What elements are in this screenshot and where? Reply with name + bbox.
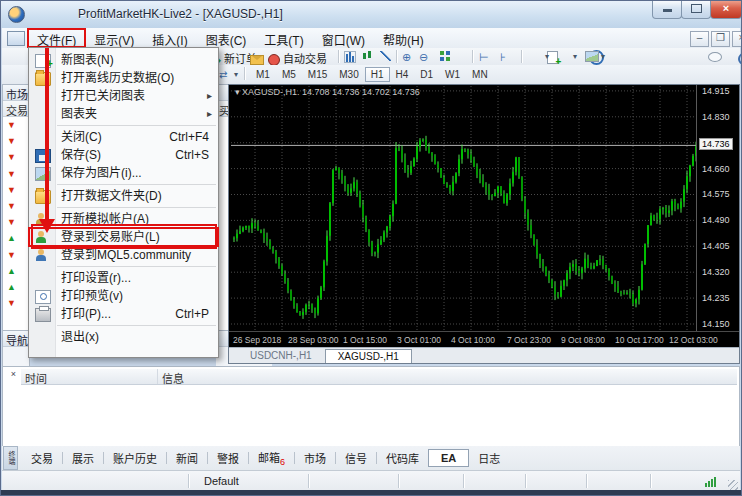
tile-windows-icon[interactable] — [440, 51, 450, 61]
chart-autoscroll-icon[interactable]: ⊦ — [500, 51, 506, 64]
price-axis-label: 14.235 — [702, 293, 730, 303]
mail-icon[interactable] — [250, 55, 264, 65]
menu-item-charts[interactable]: 图表(C) — [197, 29, 256, 47]
file-menu-item-label: 保存(S) — [61, 148, 101, 162]
cursor-tools-dropdown-icon[interactable]: ▾ — [234, 70, 238, 79]
terminal-tab-ea[interactable]: EA — [428, 449, 469, 467]
market-watch-title: 市场报价 — [3, 85, 29, 101]
time-axis[interactable]: 26 Sep 201828 Sep 03:001 Oct 15:003 Oct … — [229, 331, 739, 348]
menu-item-insert[interactable]: 插入(I) — [143, 29, 196, 47]
price-direction-down-icon: ▼ — [3, 117, 29, 133]
file-menu-item-6[interactable]: 保存(S)Ctrl+S — [29, 146, 218, 164]
menu-bar-items: 文件(F)显示(V)插入(I)图表(C)工具(T)窗口(W)帮助(H) — [28, 29, 433, 47]
indicators-dropdown-icon[interactable]: ▾ — [545, 52, 549, 61]
timeframe-button-d1[interactable]: D1 — [414, 67, 439, 82]
status-separator — [586, 474, 588, 488]
line-chart-mode-icon[interactable] — [380, 51, 391, 61]
file-menu-item-12[interactable]: 打印设置(r)... — [29, 269, 218, 287]
file-menu-item-1[interactable]: 新图表(N) — [29, 51, 218, 69]
bar-chart-mode-icon[interactable] — [344, 51, 356, 63]
status-separator — [308, 474, 310, 488]
terminal-tab-10[interactable]: 日志 — [469, 447, 509, 469]
child-restore-button[interactable]: ❐ — [711, 31, 730, 47]
templates-dropdown-icon[interactable]: ▾ — [601, 52, 605, 61]
terminal-tab-0[interactable]: 交易 — [22, 447, 62, 469]
zoom-in-icon[interactable]: ⊕ — [402, 51, 411, 64]
file-menu-item-label: 新图表(N) — [61, 53, 114, 67]
close-button[interactable]: × — [710, 0, 742, 19]
file-menu-item-3[interactable]: 打开已关闭图表▸ — [29, 87, 218, 105]
terminal-tab-7[interactable]: 信号 — [336, 447, 376, 469]
price-direction-down-icon: ▼ — [3, 247, 29, 263]
file-menu-item-13[interactable]: 打印预览(v) — [29, 287, 218, 305]
menu-separator — [57, 325, 216, 326]
menu-item-file[interactable]: 文件(F) — [28, 29, 85, 47]
minimize-button[interactable] — [652, 0, 682, 19]
menu-item-window[interactable]: 窗口(W) — [313, 29, 374, 47]
timeframe-button-m15[interactable]: M15 — [302, 67, 333, 82]
chart-shift-icon[interactable]: ⊢ — [479, 51, 489, 64]
menu-item-help[interactable]: 帮助(H) — [374, 29, 433, 47]
terminal-tab-3[interactable]: 新闻 — [167, 447, 207, 469]
terminal-tab-8[interactable]: 代码库 — [377, 447, 428, 469]
terminal-tabs-bar: 终端 交易展示账户历史新闻警报邮箱6市场信号代码库EA日志 — [2, 446, 740, 470]
status-separator — [525, 474, 527, 488]
menu-separator — [57, 266, 216, 267]
chat-icon[interactable] — [708, 52, 722, 62]
time-axis-label: 1 Oct 15:00 — [343, 335, 387, 345]
timeframe-button-h1[interactable]: H1 — [365, 67, 390, 82]
maximize-button[interactable] — [681, 0, 711, 19]
title-bar[interactable]: ProfitMarketHK-Live2 - [XAGUSD-,H1] × — [0, 0, 742, 28]
terminal-side-tab[interactable]: 终端 — [3, 446, 18, 470]
timeframe-button-m30[interactable]: M30 — [333, 67, 364, 82]
terminal-close-icon[interactable]: × — [8, 369, 19, 380]
terminal-tab-6[interactable]: 市场 — [295, 447, 335, 469]
child-minimize-button[interactable]: – — [690, 31, 709, 47]
child-close-button[interactable]: × — [732, 31, 742, 47]
price-direction-down-icon: ▼ — [3, 198, 29, 214]
terminal-tab-2[interactable]: 账户历史 — [104, 447, 166, 469]
chart-window[interactable]: ▾ XAGUSD-,H1. 14.708 14.736 14.702 14.73… — [228, 84, 740, 364]
terminal-tab-4[interactable]: 警报 — [208, 447, 248, 469]
templates-icon[interactable] — [585, 51, 599, 62]
file-menu-item-15[interactable]: 退出(x) — [29, 328, 218, 346]
zoom-out-icon[interactable]: ⊖ — [419, 51, 428, 64]
terminal-tab-1[interactable]: 展示 — [63, 447, 103, 469]
candlestick-mode-icon[interactable] — [362, 51, 372, 61]
resize-grip[interactable] — [728, 480, 738, 490]
current-price-tag: 14.736 — [699, 138, 733, 150]
file-menu-item-8[interactable]: 打开数据文件夹(D) — [29, 187, 218, 205]
timeframe-button-h4[interactable]: H4 — [390, 67, 415, 82]
chart-tab-usdcnhh1[interactable]: USDCNH-,H1 — [237, 348, 325, 363]
menu-item-view[interactable]: 显示(V) — [85, 29, 143, 47]
search-icon[interactable] — [738, 53, 742, 65]
file-menu-item-2[interactable]: 打开离线历史数据(O) — [29, 69, 218, 87]
file-menu-item-14[interactable]: 打印(P)...Ctrl+P — [29, 305, 218, 323]
auto-trading-button[interactable]: 自动交易 — [268, 50, 327, 66]
terminal-time-column[interactable]: 时间 — [21, 369, 158, 384]
timeframe-button-mn[interactable]: MN — [466, 67, 494, 82]
timeframe-button-m1[interactable]: M1 — [250, 67, 276, 82]
candlestick-plot[interactable] — [231, 86, 696, 331]
chart-ohlc-header: ▾ XAGUSD-,H1. 14.708 14.736 14.702 14.73… — [235, 87, 420, 97]
chart-tab-xagusdh1[interactable]: XAGUSD-,H1 — [325, 349, 412, 363]
status-profile-label[interactable]: Default — [204, 475, 239, 487]
price-axis-label: 14.405 — [702, 241, 730, 251]
cursor-tools-icon[interactable]: ⇄ — [219, 68, 227, 81]
price-axis[interactable]: 14.736 14.91514.83014.66014.57514.49014.… — [696, 85, 739, 331]
file-menu-item-5[interactable]: 关闭(C)Ctrl+F4 — [29, 128, 218, 146]
blank-icon — [35, 272, 49, 284]
timeframe-button-w1[interactable]: W1 — [439, 67, 466, 82]
terminal-message-column[interactable]: 信息 — [158, 369, 188, 384]
chart-system-menu-icon[interactable] — [7, 31, 25, 46]
file-menu-item-4[interactable]: 图表夹▸ — [29, 105, 218, 123]
file-menu-item-label: 关闭(C) — [61, 130, 102, 144]
file-menu-item-label: 打印设置(r)... — [61, 271, 131, 285]
menu-item-tools[interactable]: 工具(T) — [255, 29, 312, 47]
file-menu-item-label: 打印(P)... — [61, 307, 111, 321]
periods-dropdown-icon[interactable]: ▾ — [573, 52, 577, 61]
file-menu-item-7[interactable]: 保存为图片(i)... — [29, 164, 218, 182]
terminal-tab-5[interactable]: 邮箱6 — [249, 446, 294, 470]
price-direction-up-icon: ▲ — [3, 230, 29, 246]
timeframe-button-m5[interactable]: M5 — [276, 67, 302, 82]
